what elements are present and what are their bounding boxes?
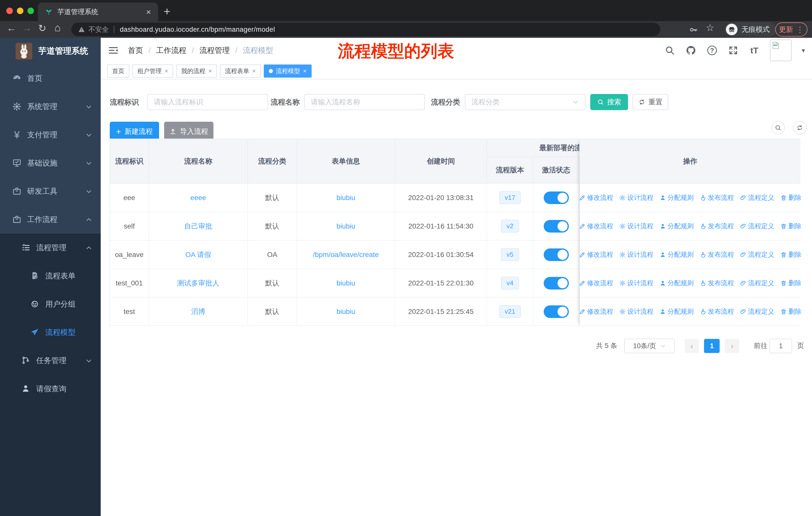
process-name-link[interactable]: OA 请假 xyxy=(185,250,211,260)
op-publish-link[interactable]: 发布流程 xyxy=(700,279,734,288)
github-icon[interactable] xyxy=(686,45,696,56)
window-close-button[interactable] xyxy=(6,7,13,14)
fullscreen-icon[interactable] xyxy=(728,45,739,56)
key-icon[interactable] xyxy=(688,25,698,35)
close-icon[interactable]: × xyxy=(165,67,168,75)
close-icon[interactable]: × xyxy=(303,67,307,75)
tag-tenant[interactable]: 租户管理 × xyxy=(133,64,173,78)
form-info-link[interactable]: biubiu xyxy=(337,279,355,287)
goto-page-input[interactable] xyxy=(770,338,792,353)
sidebar-item-process-model[interactable]: 流程模型 xyxy=(0,318,101,347)
browser-tab[interactable]: 芋道管理系统 × xyxy=(38,2,158,21)
op-design-link[interactable]: 设计流程 xyxy=(619,307,654,316)
refresh-table-button[interactable] xyxy=(793,121,807,135)
sidebar-item-user-group[interactable]: 用户分组 xyxy=(0,290,101,318)
new-tab-button[interactable]: + xyxy=(164,4,170,18)
avatar-caret-icon[interactable]: ▾ xyxy=(802,47,805,54)
op-publish-link[interactable]: 发布流程 xyxy=(700,222,734,230)
current-page-button[interactable]: 1 xyxy=(704,339,720,353)
browser-menu-icon[interactable]: ⋮ xyxy=(796,25,804,34)
op-delete-link[interactable]: 删除 xyxy=(780,222,802,230)
op-design-link[interactable]: 设计流程 xyxy=(619,250,654,259)
process-name-link[interactable]: eeee xyxy=(190,194,206,202)
op-assign-rule-link[interactable]: 分配规则 xyxy=(660,279,694,288)
search-button[interactable]: 搜索 xyxy=(590,94,628,110)
op-edit-link[interactable]: 修改流程 xyxy=(579,279,613,288)
reset-button[interactable]: 重置 xyxy=(633,94,668,110)
op-assign-rule-link[interactable]: 分配规则 xyxy=(660,222,694,230)
active-toggle[interactable] xyxy=(544,220,569,233)
op-edit-link[interactable]: 修改流程 xyxy=(579,193,613,202)
close-icon[interactable]: × xyxy=(208,67,212,75)
active-toggle[interactable] xyxy=(544,305,569,318)
op-publish-link[interactable]: 发布流程 xyxy=(700,193,734,202)
next-page-button[interactable]: › xyxy=(725,339,739,353)
help-icon[interactable]: ? xyxy=(706,45,718,56)
op-design-link[interactable]: 设计流程 xyxy=(619,279,654,288)
home-icon[interactable]: ⌂ xyxy=(54,22,61,34)
toggle-search-button[interactable] xyxy=(771,121,785,135)
active-toggle[interactable] xyxy=(544,277,569,290)
sidebar-toggle-icon[interactable] xyxy=(108,45,119,56)
op-edit-link[interactable]: 修改流程 xyxy=(579,222,613,230)
op-assign-rule-link[interactable]: 分配规则 xyxy=(660,250,694,259)
process-name-input[interactable] xyxy=(304,94,425,110)
active-toggle[interactable] xyxy=(544,248,569,261)
process-name-link[interactable]: 滔博 xyxy=(191,307,205,317)
avatar[interactable] xyxy=(770,39,792,61)
sidebar-item-workflow[interactable]: 工作流程 xyxy=(0,205,101,234)
url-bar[interactable]: 不安全 dashboard.yudao.iocoder.cn/bpm/manag… xyxy=(71,23,660,36)
op-definition-link[interactable]: 流程定义 xyxy=(740,307,774,316)
breadcrumb-item[interactable]: 工作流程 xyxy=(156,45,186,56)
op-assign-rule-link[interactable]: 分配规则 xyxy=(660,193,694,202)
close-icon[interactable]: × xyxy=(252,67,256,75)
op-definition-link[interactable]: 流程定义 xyxy=(740,250,774,259)
op-publish-link[interactable]: 发布流程 xyxy=(700,250,734,259)
window-zoom-button[interactable] xyxy=(27,7,34,14)
update-button[interactable]: 更新 ⋮ xyxy=(775,22,808,36)
page-size-select[interactable]: 10条/页 xyxy=(624,338,674,353)
font-size-icon[interactable]: tT xyxy=(749,45,760,56)
process-id-input[interactable] xyxy=(147,94,268,110)
breadcrumb-item[interactable]: 首页 xyxy=(128,45,143,56)
header-search-icon[interactable] xyxy=(664,45,675,56)
form-info-link[interactable]: biubiu xyxy=(337,308,355,316)
op-delete-link[interactable]: 删除 xyxy=(780,279,802,288)
tag-my-process[interactable]: 我的流程 × xyxy=(176,64,217,78)
window-minimize-button[interactable] xyxy=(17,7,23,14)
url-text[interactable]: dashboard.yudao.iocoder.cn/bpm/manager/m… xyxy=(120,26,275,33)
sidebar-item-task-management[interactable]: 任务管理 xyxy=(0,347,101,375)
back-icon[interactable]: ← xyxy=(6,23,16,33)
process-name-link[interactable]: 自己审批 xyxy=(184,221,212,231)
active-toggle[interactable] xyxy=(544,191,569,204)
bookmark-star-icon[interactable]: ☆ xyxy=(706,22,714,33)
sidebar-item-infrastructure[interactable]: 基础设施 xyxy=(0,149,101,177)
form-info-link[interactable]: /bpm/oa/leave/create xyxy=(313,251,379,259)
sidebar-item-home[interactable]: 首页 xyxy=(0,64,101,92)
op-assign-rule-link[interactable]: 分配规则 xyxy=(660,307,694,316)
form-info-link[interactable]: biubiu xyxy=(337,194,355,202)
op-edit-link[interactable]: 修改流程 xyxy=(579,307,613,316)
sidebar-item-leave-query[interactable]: 请假查询 xyxy=(0,375,101,403)
process-name-link[interactable]: 测试多审批人 xyxy=(177,278,220,288)
op-design-link[interactable]: 设计流程 xyxy=(619,222,654,230)
op-design-link[interactable]: 设计流程 xyxy=(619,193,654,202)
op-definition-link[interactable]: 流程定义 xyxy=(740,279,774,288)
op-edit-link[interactable]: 修改流程 xyxy=(579,250,613,259)
sidebar-item-process-form[interactable]: 流程表单 xyxy=(0,262,101,290)
tab-close-icon[interactable]: × xyxy=(146,7,151,16)
sidebar-item-system[interactable]: 系统管理 xyxy=(0,92,101,121)
breadcrumb-item[interactable]: 流程管理 xyxy=(200,45,230,56)
sidebar-item-payment[interactable]: ¥ 支付管理 xyxy=(0,121,101,149)
prev-page-button[interactable]: ‹ xyxy=(685,339,699,353)
op-delete-link[interactable]: 删除 xyxy=(780,250,802,259)
op-publish-link[interactable]: 发布流程 xyxy=(700,307,734,316)
reload-icon[interactable]: ↻ xyxy=(38,23,46,34)
update-label[interactable]: 更新 xyxy=(779,25,793,34)
forward-icon[interactable]: → xyxy=(22,23,32,33)
sidebar-item-dev-tools[interactable]: 研发工具 xyxy=(0,177,101,205)
process-category-select[interactable]: 流程分类 xyxy=(465,94,585,110)
tag-process-model[interactable]: 流程模型 × xyxy=(264,64,312,78)
security-label[interactable]: 不安全 xyxy=(88,25,109,34)
tag-process-form[interactable]: 流程表单 × xyxy=(220,64,261,78)
